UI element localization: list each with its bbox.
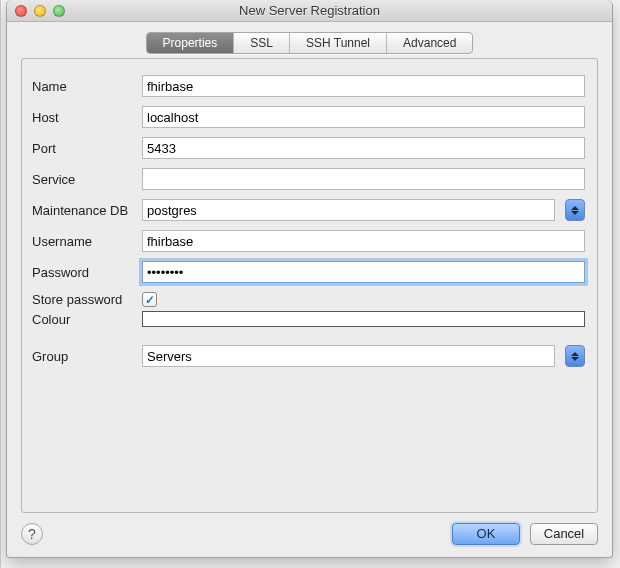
username-input[interactable] xyxy=(142,230,585,252)
dialog-footer: ? OK Cancel xyxy=(7,513,612,557)
service-label: Service xyxy=(32,172,142,187)
colour-picker[interactable] xyxy=(142,311,585,327)
properties-panel: Name Host Port Service Maintenance DB xyxy=(21,58,598,513)
tab-bar: Properties SSL SSH Tunnel Advanced xyxy=(146,32,474,54)
ok-button[interactable]: OK xyxy=(452,523,520,545)
store-password-label: Store password xyxy=(32,292,142,307)
group-input[interactable] xyxy=(142,345,555,367)
name-input[interactable] xyxy=(142,75,585,97)
dialog-window: New Server Registration Properties SSL S… xyxy=(6,0,613,558)
colour-label: Colour xyxy=(32,312,142,327)
tab-ssl[interactable]: SSL xyxy=(234,33,290,53)
service-input[interactable] xyxy=(142,168,585,190)
help-button[interactable]: ? xyxy=(21,523,43,545)
port-input[interactable] xyxy=(142,137,585,159)
host-input[interactable] xyxy=(142,106,585,128)
password-input[interactable] xyxy=(142,261,585,283)
tab-ssh-tunnel[interactable]: SSH Tunnel xyxy=(290,33,387,53)
host-label: Host xyxy=(32,110,142,125)
password-label: Password xyxy=(32,265,142,280)
username-label: Username xyxy=(32,234,142,249)
maintenance-db-input[interactable] xyxy=(142,199,555,221)
chevron-up-icon xyxy=(571,206,579,210)
zoom-icon[interactable] xyxy=(53,5,65,17)
group-label: Group xyxy=(32,349,142,364)
cancel-button[interactable]: Cancel xyxy=(530,523,598,545)
window-controls xyxy=(7,5,65,17)
maintenance-db-stepper[interactable] xyxy=(565,199,585,221)
port-label: Port xyxy=(32,141,142,156)
name-label: Name xyxy=(32,79,142,94)
chevron-down-icon xyxy=(571,211,579,215)
titlebar: New Server Registration xyxy=(7,0,612,22)
chevron-up-icon xyxy=(571,352,579,356)
store-password-checkbox[interactable]: ✓ xyxy=(142,292,157,307)
tab-properties[interactable]: Properties xyxy=(147,33,235,53)
tab-advanced[interactable]: Advanced xyxy=(387,33,472,53)
minimize-icon[interactable] xyxy=(34,5,46,17)
close-icon[interactable] xyxy=(15,5,27,17)
chevron-down-icon xyxy=(571,357,579,361)
maintenance-db-label: Maintenance DB xyxy=(32,203,142,218)
group-stepper[interactable] xyxy=(565,345,585,367)
window-title: New Server Registration xyxy=(7,3,612,18)
